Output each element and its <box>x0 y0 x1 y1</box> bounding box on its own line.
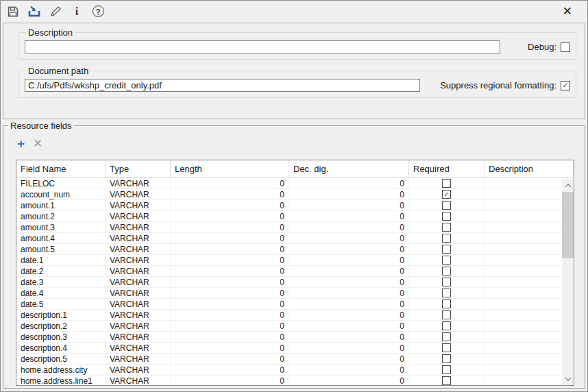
cell-dec-dig[interactable]: 0 <box>289 354 409 364</box>
required-checkbox[interactable] <box>442 310 451 319</box>
required-checkbox[interactable] <box>442 223 451 232</box>
cell-description[interactable] <box>485 310 574 320</box>
debug-checkbox[interactable] <box>561 42 570 52</box>
cell-required[interactable] <box>409 321 485 331</box>
cell-description[interactable] <box>485 255 574 265</box>
cell-dec-dig[interactable]: 0 <box>289 222 409 232</box>
cell-dec-dig[interactable]: 0 <box>289 332 409 342</box>
cell-dec-dig[interactable]: 0 <box>289 189 409 199</box>
cell-type[interactable]: VARCHAR <box>106 332 171 342</box>
cell-length[interactable]: 0 <box>171 321 289 331</box>
table-row[interactable]: account_numVARCHAR00 <box>16 189 574 200</box>
cell-required[interactable] <box>409 244 485 254</box>
cell-description[interactable] <box>485 233 574 243</box>
table-row[interactable]: description.1VARCHAR00 <box>16 310 574 321</box>
cell-type[interactable]: VARCHAR <box>106 321 171 331</box>
cell-required[interactable] <box>409 365 485 375</box>
cell-dec-dig[interactable]: 0 <box>289 376 409 386</box>
cell-field-name[interactable]: amount.5 <box>16 244 106 254</box>
info-button[interactable]: i <box>70 5 84 19</box>
cell-length[interactable]: 0 <box>171 365 289 375</box>
cell-dec-dig[interactable]: 0 <box>289 178 409 188</box>
cell-type[interactable]: VARCHAR <box>106 365 171 375</box>
required-checkbox[interactable] <box>442 332 451 341</box>
cell-length[interactable]: 0 <box>171 244 289 254</box>
cell-type[interactable]: VARCHAR <box>106 200 171 210</box>
cell-description[interactable] <box>485 354 574 364</box>
cell-field-name[interactable]: date.1 <box>16 255 106 265</box>
cell-required[interactable] <box>409 354 485 364</box>
cell-field-name[interactable]: description.5 <box>16 354 106 364</box>
import-button[interactable] <box>27 5 41 19</box>
cell-length[interactable]: 0 <box>171 332 289 342</box>
cell-field-name[interactable]: date.4 <box>16 288 106 298</box>
column-header[interactable]: Description <box>485 160 574 177</box>
add-field-button[interactable]: + <box>17 137 25 150</box>
required-checkbox[interactable] <box>442 354 451 363</box>
table-row[interactable]: amount.5VARCHAR00 <box>16 244 574 255</box>
cell-required[interactable] <box>409 200 485 210</box>
table-row[interactable]: amount.4VARCHAR00 <box>16 233 574 244</box>
required-checkbox[interactable] <box>442 376 451 385</box>
cell-description[interactable] <box>485 211 574 221</box>
cell-field-name[interactable]: amount.4 <box>16 233 106 243</box>
cell-description[interactable] <box>485 288 574 298</box>
required-checkbox[interactable] <box>442 343 451 352</box>
cell-required[interactable] <box>409 277 485 287</box>
cell-description[interactable] <box>485 266 574 276</box>
cell-field-name[interactable]: amount.1 <box>16 200 106 210</box>
cell-description[interactable] <box>485 200 574 210</box>
cell-dec-dig[interactable]: 0 <box>289 200 409 210</box>
description-input[interactable] <box>25 40 500 53</box>
cell-required[interactable] <box>409 178 485 188</box>
cell-type[interactable]: VARCHAR <box>106 211 171 221</box>
cell-required[interactable] <box>409 310 485 320</box>
cell-field-name[interactable]: account_num <box>16 189 106 199</box>
cell-type[interactable]: VARCHAR <box>106 310 171 320</box>
cell-type[interactable]: VARCHAR <box>106 299 171 309</box>
edit-button[interactable] <box>49 5 62 19</box>
table-scrollbar[interactable] <box>562 179 574 385</box>
cell-field-name[interactable]: description.4 <box>16 343 106 353</box>
cell-description[interactable] <box>485 299 574 309</box>
column-header[interactable]: Dec. dig. <box>289 160 409 177</box>
table-row[interactable]: home.address.cityVARCHAR00 <box>16 365 574 376</box>
cell-dec-dig[interactable]: 0 <box>289 266 409 276</box>
table-row[interactable]: description.3VARCHAR00 <box>16 332 574 343</box>
required-checkbox[interactable] <box>442 190 451 199</box>
cell-length[interactable]: 0 <box>171 310 289 320</box>
cell-length[interactable]: 0 <box>171 233 289 243</box>
cell-field-name[interactable]: amount.2 <box>16 211 106 221</box>
cell-length[interactable]: 0 <box>171 211 289 221</box>
remove-field-button[interactable]: ✕ <box>33 138 42 149</box>
cell-dec-dig[interactable]: 0 <box>289 343 409 353</box>
cell-field-name[interactable]: description.3 <box>16 332 106 342</box>
cell-required[interactable] <box>409 332 485 342</box>
cell-length[interactable]: 0 <box>171 354 289 364</box>
cell-dec-dig[interactable]: 0 <box>289 255 409 265</box>
cell-field-name[interactable]: home.address.city <box>16 365 106 375</box>
document-path-input[interactable] <box>25 79 420 92</box>
cell-required[interactable] <box>409 189 485 199</box>
required-checkbox[interactable] <box>442 267 451 275</box>
cell-required[interactable] <box>409 288 485 298</box>
column-header[interactable]: Length <box>171 160 289 177</box>
required-checkbox[interactable] <box>442 234 451 243</box>
cell-description[interactable] <box>485 244 574 254</box>
column-header[interactable]: Required <box>409 160 485 177</box>
table-row[interactable]: date.4VARCHAR00 <box>16 288 574 299</box>
table-row[interactable]: amount.3VARCHAR00 <box>16 222 574 233</box>
cell-type[interactable]: VARCHAR <box>106 376 171 386</box>
cell-required[interactable] <box>409 233 485 243</box>
cell-type[interactable]: VARCHAR <box>106 178 171 188</box>
save-button[interactable] <box>6 5 20 19</box>
cell-required[interactable] <box>409 266 485 276</box>
cell-type[interactable]: VARCHAR <box>106 288 171 298</box>
cell-length[interactable]: 0 <box>171 277 289 287</box>
required-checkbox[interactable] <box>442 179 451 188</box>
cell-type[interactable]: VARCHAR <box>106 266 171 276</box>
scroll-thumb[interactable] <box>562 192 574 258</box>
cell-field-name[interactable]: amount.3 <box>16 222 106 232</box>
cell-length[interactable]: 0 <box>171 288 289 298</box>
cell-field-name[interactable]: date.5 <box>16 299 106 309</box>
